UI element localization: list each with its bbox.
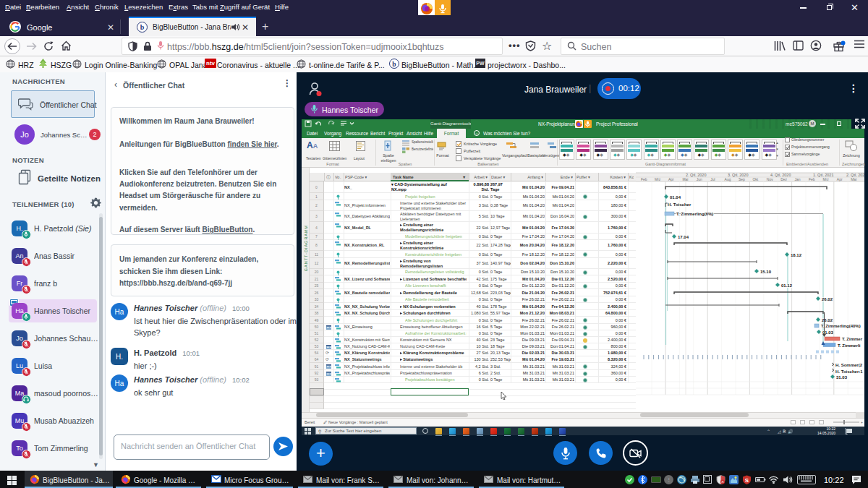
svg-text:Aug: Aug [725,177,731,181]
svg-text:31.03: 31.03 [836,375,848,380]
svg-text:Mai: Mai [682,177,688,181]
svg-text:H. Toischer:1: H. Toischer:1 [835,369,863,374]
svg-text:S: S [745,477,749,484]
svg-text:17.04: 17.04 [678,235,689,239]
svg-text:b: b [392,61,396,68]
svg-text:01.12: 01.12 [781,283,793,288]
svg-text:Mrz: Mrz [822,177,829,181]
svg-text:26.02: 26.02 [822,318,833,322]
svg-text:Sep: Sep [739,177,745,181]
svg-text:Jan: Jan [795,177,801,181]
svg-text:T. Zimmerling(6%): T. Zimmerling(6%) [676,212,713,216]
svg-text:T. Zimmerling(40%): T. Zimmerling(40%) [821,324,861,328]
svg-text:01.04: 01.04 [670,195,681,200]
svg-text:Jul: Jul [710,177,715,181]
svg-text:Apr: Apr [668,177,674,181]
svg-text:Mrz: Mrz [655,177,661,181]
svg-text:T. Zimmerli: T. Zimmerli [838,343,861,348]
svg-text:T. Zimmer: T. Zimmer [842,337,863,341]
svg-text:Okt: Okt [752,177,758,181]
svg-text:b: b [140,23,145,31]
svg-text:15.10: 15.10 [760,270,772,274]
svg-text:Feb: Feb [809,177,815,181]
svg-text:Dez: Dez [780,177,787,181]
svg-text:H. Toischer: H. Toischer [668,202,692,207]
svg-text:Apr: Apr [837,177,843,181]
svg-text:Nov: Nov [767,177,773,181]
svg-text:Feb: Feb [641,177,647,181]
svg-text:18.12: 18.12 [791,253,802,257]
svg-text:26.02: 26.02 [822,297,833,301]
svg-text:Jun: Jun [697,177,702,181]
svg-text:H. Sommer(2: H. Sommer(2 [835,363,863,367]
svg-text:Mai: Mai [851,177,856,181]
